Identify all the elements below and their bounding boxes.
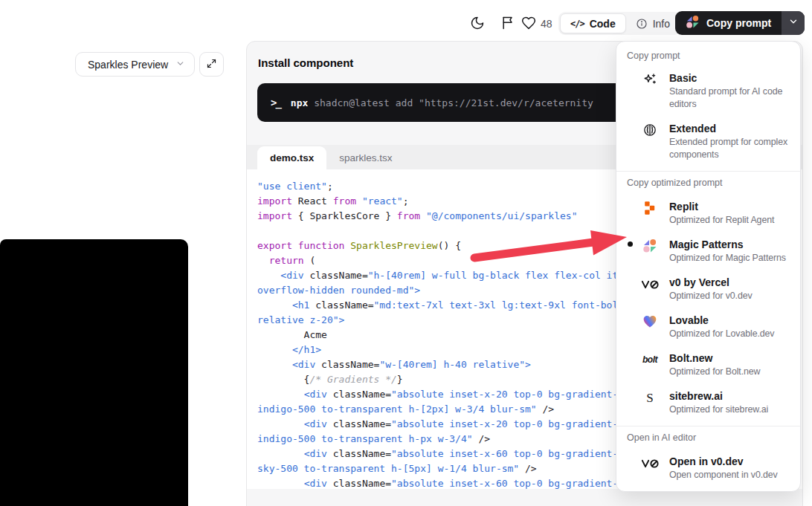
theme-toggle-button[interactable] [468,15,486,33]
report-button[interactable] [499,15,517,33]
menu-item-title: Magic Patterns [669,237,791,252]
tab-code[interactable]: </> Code [560,13,626,33]
heart-icon [521,16,536,33]
menu-section-label: Open in AI editor [627,432,790,443]
like-count: 48 [541,18,552,30]
menu-item-v0-by-vercel[interactable]: v0 by VercelOptimized for v0.dev [616,270,800,308]
menu-item-basic[interactable]: BasicStandard prompt for AI code editors [616,65,800,116]
chevron-down-icon [175,59,185,71]
lovable-icon [640,313,660,340]
menu-item-title: sitebrew.ai [669,389,791,403]
menu-item-description: Extended prompt for complex components [669,136,791,161]
menu-item-extended[interactable]: ExtendedExtended prompt for complex comp… [616,116,800,166]
menu-item-title: Basic [669,71,791,85]
v0-icon [640,454,660,481]
code-tab-label: Code [590,18,616,30]
copy-prompt-menu: Copy promptBasicStandard prompt for AI c… [616,41,801,492]
menu-item-title: Open in v0.dev [669,454,791,469]
bolt-icon: bolt [640,351,660,378]
menu-item-title: Extended [669,121,791,136]
menu-item-bolt-new[interactable]: boltBolt.newOptimized for Bolt.new [616,346,800,383]
file-tab-sparkles.tsx[interactable]: sparkles.tsx [326,146,405,169]
magic-patterns-icon [640,237,660,265]
preview-variant-select[interactable]: Sparkles Preview [75,52,195,77]
component-preview-canvas [0,239,188,506]
brain-icon [640,121,660,161]
chevron-down-icon [788,16,799,30]
flag-icon [500,16,515,33]
menu-item-description: Open component in v0.dev [669,469,791,481]
menu-item-replit[interactable]: ReplitOptimized for Replit Agent [616,194,800,232]
sparkles-icon [640,71,660,111]
install-command-text: npx shadcn@latest add "https://21st.dev/… [291,97,593,108]
menu-item-open-in-v0-dev[interactable]: Open in v0.devOpen component in v0.dev [616,449,800,487]
v0-icon [640,275,660,302]
moon-icon [470,16,485,33]
menu-item-title: v0 by Vercel [669,275,791,290]
terminal-prompt-icon: >_ [271,97,280,108]
tab-info[interactable]: Info [626,13,680,33]
menu-item-description: Optimized for Bolt.new [669,366,791,378]
fullscreen-button[interactable] [199,52,224,77]
menu-section-label: Copy optimized prompt [627,178,790,188]
info-icon [636,18,648,30]
expand-diagonal-icon [206,58,217,71]
file-tab-demo.tsx[interactable]: demo.tsx [257,146,326,169]
menu-item-sitebrew-ai[interactable]: Ssitebrew.aiOptimized for sitebrew.ai [616,383,800,421]
selected-bullet-icon [628,241,633,247]
info-tab-label: Info [653,18,670,30]
copy-prompt-split-button: Copy prompt [675,11,805,35]
command-args: shadcn@latest add "https://21st.dev/r/ac… [314,97,593,108]
menu-item-description: Optimized for Magic Patterns [669,252,791,265]
menu-item-description: Optimized for Lovable.dev [669,328,791,340]
menu-item-description: Standard prompt for AI code editors [669,85,791,111]
menu-item-title: Replit [669,199,791,214]
menu-item-description: Optimized for sitebrew.ai [669,403,791,416]
command-bin: npx [291,97,308,108]
menu-item-magic-patterns[interactable]: Magic PatternsOptimized for Magic Patter… [616,232,800,270]
menu-item-description: Optimized for Replit Agent [669,214,791,227]
menu-item-title: Bolt.new [669,351,791,366]
replit-icon [640,199,660,227]
menu-item-lovable[interactable]: LovableOptimized for Lovable.dev [616,308,800,346]
view-switcher: </> Code Info [558,12,681,35]
like-button[interactable] [520,15,538,33]
copy-prompt-caret-button[interactable] [782,11,805,35]
preview-variant-label: Sparkles Preview [88,59,168,71]
menu-item-description: Optimized for v0.dev [669,290,791,302]
page: 48 </> Code Info Copy prompt Sparkles Pr… [0,0,812,506]
copy-prompt-button[interactable]: Copy prompt [675,11,782,35]
magic-patterns-logo-icon [686,15,700,32]
menu-divider [616,426,800,426]
sitebrew-icon: S [640,389,660,416]
menu-item-title: Lovable [669,313,791,328]
copy-prompt-label: Copy prompt [706,17,771,29]
code-brackets-icon: </> [570,19,584,29]
menu-section-label: Copy prompt [627,51,790,61]
menu-divider [616,171,800,172]
